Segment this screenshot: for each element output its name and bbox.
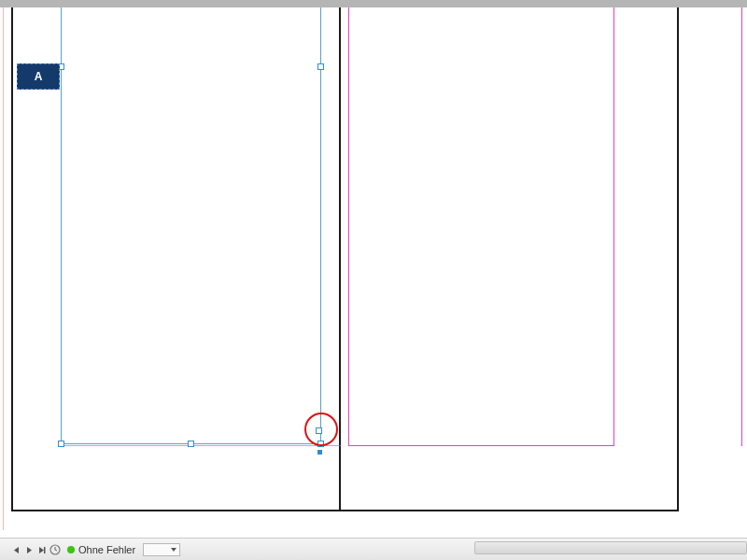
prev-page-icon[interactable] bbox=[10, 544, 21, 555]
margin-far-right bbox=[741, 7, 742, 446]
preflight-status-text: Ohne Fehler bbox=[78, 544, 135, 555]
preflight-icon[interactable] bbox=[49, 544, 61, 555]
frame-edge-left[interactable] bbox=[61, 7, 62, 444]
document-canvas[interactable]: A bbox=[0, 7, 747, 538]
margin-right-page-right bbox=[613, 7, 614, 446]
chevron-down-icon bbox=[171, 548, 176, 552]
preflight-status-dot bbox=[67, 546, 75, 553]
page-spine bbox=[339, 7, 341, 511]
horizontal-scrollbar[interactable] bbox=[474, 541, 747, 554]
page-edge-right bbox=[677, 7, 679, 511]
next-page-icon[interactable] bbox=[23, 544, 35, 555]
slug-guide-left bbox=[3, 7, 4, 530]
frame-anchor-bottom[interactable] bbox=[317, 450, 322, 455]
handle-mid-right[interactable] bbox=[317, 63, 324, 70]
annotation-circle bbox=[304, 413, 338, 446]
frame-edge-right[interactable] bbox=[320, 7, 321, 444]
last-page-icon[interactable] bbox=[36, 544, 48, 555]
svg-marker-0 bbox=[14, 547, 19, 553]
svg-marker-2 bbox=[39, 547, 44, 553]
handle-bottom-mid[interactable] bbox=[188, 441, 194, 447]
page-edge-left bbox=[11, 7, 13, 511]
svg-marker-1 bbox=[27, 547, 32, 553]
margin-right-page-left bbox=[348, 7, 349, 446]
margin-left-page-bottom bbox=[61, 445, 341, 446]
svg-rect-3 bbox=[44, 547, 46, 553]
preflight-menu-dropdown[interactable] bbox=[143, 543, 180, 556]
master-page-label[interactable]: A bbox=[17, 63, 60, 90]
page-edge-bottom bbox=[11, 510, 679, 511]
master-page-label-text: A bbox=[35, 70, 43, 83]
margin-right-page-bottom bbox=[348, 445, 614, 446]
handle-bottom-left[interactable] bbox=[58, 441, 64, 447]
app-chrome-strip bbox=[0, 0, 747, 7]
